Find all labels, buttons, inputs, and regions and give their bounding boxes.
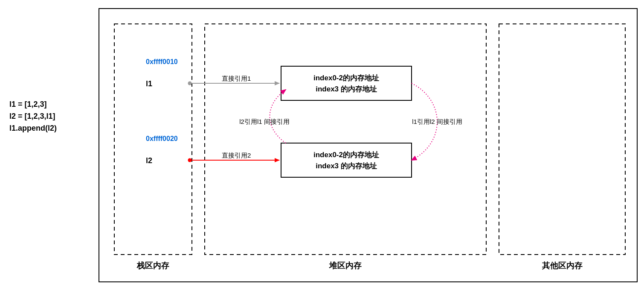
heap-obj-2 xyxy=(281,143,412,177)
label-indirect-right: l1引用l2 间接引用 xyxy=(412,118,462,125)
other-label: 其他区内存 xyxy=(542,261,583,270)
heap-obj-1-line1: index0-2的内存地址 xyxy=(313,74,379,82)
stack-label: 栈区内存 xyxy=(136,261,169,270)
heap-obj-1-line2: index3 的内存地址 xyxy=(316,85,377,93)
addr-l2: 0xffff0020 xyxy=(146,135,178,142)
label-indirect-left: l2引用l1 间接引用 xyxy=(239,118,290,125)
code-line-1: l1 = [1,2,3] xyxy=(9,100,47,108)
addr-l1: 0xffff0010 xyxy=(146,58,178,65)
var-l2: l2 xyxy=(146,156,152,165)
heap-label: 堆区内存 xyxy=(329,261,362,270)
var-l1: l1 xyxy=(146,79,152,88)
heap-obj-2-line1: index0-2的内存地址 xyxy=(313,151,379,159)
label-direct-2: 直接引用2 xyxy=(222,152,251,159)
label-direct-1: 直接引用1 xyxy=(222,75,251,82)
outer-frame xyxy=(99,9,637,282)
heap-obj-2-line2: index3 的内存地址 xyxy=(316,162,377,170)
curve-indirect-left xyxy=(270,90,286,143)
memory-diagram: l1 = [1,2,3] l2 = [1,2,3,l1] l1.append(l… xyxy=(0,0,644,287)
other-box xyxy=(499,24,625,255)
heap-obj-1 xyxy=(281,66,412,100)
code-line-2: l2 = [1,2,3,l1] xyxy=(9,112,55,120)
heap-box xyxy=(205,24,486,255)
code-line-3: l1.append(l2) xyxy=(9,124,57,132)
